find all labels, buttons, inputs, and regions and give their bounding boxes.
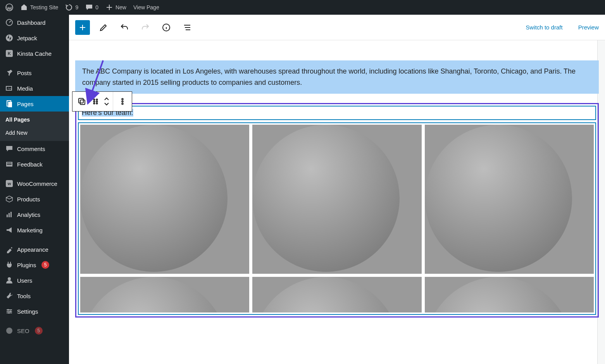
svg-point-24: [93, 101, 95, 102]
svg-point-31: [122, 103, 123, 105]
woocommerce-icon: w: [5, 180, 13, 187]
sidebar-item-appearance[interactable]: Appearance: [0, 242, 69, 257]
appearance-icon: [5, 246, 13, 253]
sidebar-item-seo[interactable]: SEO 5: [0, 323, 69, 338]
preview-link[interactable]: Preview: [578, 24, 599, 31]
svg-point-28: [96, 103, 97, 104]
sidebar-item-analytics[interactable]: Analytics: [0, 207, 69, 222]
switch-to-draft-link[interactable]: Switch to draft: [526, 24, 563, 31]
submenu-all-pages[interactable]: All Pages: [0, 113, 69, 126]
paragraph-text: The ABC Company is located in Los Angele…: [82, 67, 576, 86]
svg-point-17: [10, 311, 11, 312]
editor-canvas[interactable]: The ABC Company is located in Los Angele…: [69, 40, 605, 364]
move-up-button[interactable]: [103, 96, 110, 101]
pages-submenu: All Pages Add New: [0, 112, 69, 141]
svg-point-23: [93, 99, 95, 100]
updates-link[interactable]: 9: [65, 3, 78, 11]
sidebar-item-tools[interactable]: Tools: [0, 288, 69, 304]
gallery-image[interactable]: [252, 277, 421, 312]
svg-rect-9: [7, 215, 8, 217]
block-toolbar: [72, 91, 132, 112]
edit-mode-button[interactable]: [96, 20, 111, 35]
svg-rect-11: [10, 212, 12, 217]
add-block-button[interactable]: [75, 20, 90, 35]
gallery-block[interactable]: [78, 122, 596, 315]
gallery-image[interactable]: [252, 125, 421, 274]
sidebar-item-posts[interactable]: Posts: [0, 65, 69, 81]
marketing-icon: [5, 226, 13, 234]
sidebar-item-label: Plugins: [17, 262, 36, 268]
group-selection-outline: Here's our team:: [75, 103, 599, 318]
sidebar-item-woocommerce[interactable]: w WooCommerce: [0, 176, 69, 191]
sidebar-item-marketing[interactable]: Marketing: [0, 222, 69, 238]
submenu-add-new[interactable]: Add New: [0, 126, 69, 139]
sidebar-item-label: Analytics: [17, 211, 40, 218]
sidebar-item-plugins[interactable]: Plugins 5: [0, 257, 69, 273]
sidebar-item-label: WooCommerce: [17, 180, 57, 187]
sidebar-item-label: SEO: [17, 328, 29, 334]
sidebar-item-users[interactable]: Users: [0, 273, 69, 288]
media-icon: [5, 84, 13, 92]
sidebar-item-products[interactable]: Products: [0, 191, 69, 207]
settings-icon: [5, 307, 13, 315]
products-icon: [5, 195, 13, 203]
svg-point-2: [6, 34, 13, 41]
sidebar-item-label: Appearance: [17, 246, 48, 253]
redo-button[interactable]: [138, 20, 153, 35]
undo-button[interactable]: [117, 20, 132, 35]
gallery-image[interactable]: [425, 277, 594, 312]
svg-rect-8: [7, 164, 12, 165]
svg-point-26: [96, 99, 97, 100]
sidebar-item-media[interactable]: Media: [0, 81, 69, 96]
plugins-badge: 5: [41, 261, 49, 269]
svg-rect-10: [9, 213, 10, 217]
svg-point-30: [122, 101, 123, 102]
paragraph-block[interactable]: The ABC Company is located in Los Angele…: [75, 60, 599, 94]
svg-point-29: [122, 98, 123, 100]
sidebar-item-label: Products: [17, 196, 40, 203]
outline-button[interactable]: [180, 20, 195, 35]
sidebar-item-dashboard[interactable]: Dashboard: [0, 15, 69, 30]
sidebar-item-label: Dashboard: [17, 19, 45, 26]
sidebar-item-label: Kinsta Cache: [17, 50, 52, 57]
block-options-button[interactable]: [115, 94, 129, 108]
pin-icon: [5, 69, 13, 77]
sidebar-item-label: Feedback: [17, 161, 43, 168]
new-content-link[interactable]: New: [105, 3, 126, 11]
seo-badge: 5: [35, 327, 43, 335]
svg-point-12: [8, 277, 11, 280]
drag-handle[interactable]: [89, 94, 103, 108]
heading-block[interactable]: Here's our team:: [78, 106, 596, 120]
svg-point-27: [96, 101, 97, 102]
comments-count: 0: [95, 4, 98, 10]
comments-link[interactable]: 0: [85, 3, 98, 11]
sidebar-item-pages[interactable]: Pages: [0, 96, 69, 112]
gallery-image[interactable]: [80, 277, 249, 312]
gallery-image[interactable]: [425, 125, 594, 274]
jetpack-icon: [5, 34, 13, 42]
sidebar-item-feedback[interactable]: Feedback: [0, 156, 69, 172]
svg-rect-5: [8, 102, 12, 107]
sidebar-item-kinsta[interactable]: K Kinsta Cache: [0, 46, 69, 61]
block-editor: Switch to draft Preview The ABC Company …: [69, 15, 605, 364]
sidebar-item-comments[interactable]: Comments: [0, 141, 69, 156]
sidebar-item-jetpack[interactable]: Jetpack: [0, 30, 69, 46]
svg-rect-7: [7, 163, 12, 163]
block-mover: [103, 96, 110, 107]
move-down-button[interactable]: [103, 101, 110, 107]
sidebar-item-label: Settings: [17, 308, 38, 315]
block-type-button[interactable]: [75, 94, 89, 108]
sidebar-item-label: Jetpack: [17, 35, 37, 41]
sidebar-item-settings[interactable]: Settings: [0, 304, 69, 319]
wordpress-logo-icon[interactable]: [5, 3, 13, 11]
site-name-link[interactable]: Testing Site: [20, 3, 58, 11]
details-button[interactable]: [159, 20, 174, 35]
kinsta-icon: K: [5, 50, 13, 57]
gallery-image[interactable]: [80, 125, 249, 274]
svg-point-25: [93, 103, 95, 104]
sidebar-item-label: Marketing: [17, 227, 43, 234]
view-page-link[interactable]: View Page: [133, 4, 159, 10]
pages-icon: [5, 100, 13, 108]
sidebar-item-label: Pages: [17, 101, 34, 107]
dashboard-icon: [5, 19, 13, 26]
